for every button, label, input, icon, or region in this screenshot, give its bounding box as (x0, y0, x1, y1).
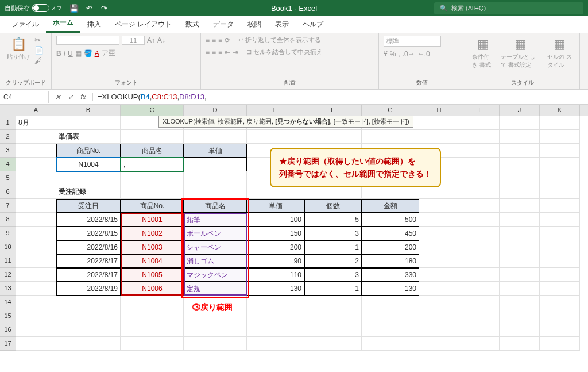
cell[interactable] (500, 227, 540, 240)
cell[interactable] (540, 323, 580, 337)
align-left-icon[interactable]: ≡ (206, 48, 210, 56)
autosave-toggle[interactable]: 自動保存 オフ (5, 4, 62, 13)
col-header-E[interactable]: E (247, 105, 304, 116)
cell[interactable]: 1 (304, 282, 362, 296)
cell[interactable] (459, 185, 500, 199)
row-header[interactable]: 8 (0, 213, 16, 227)
cell[interactable] (362, 323, 419, 337)
cell[interactable] (121, 337, 184, 351)
cell[interactable]: 2022/8/19 (56, 282, 121, 296)
save-icon[interactable]: 💾 (69, 3, 79, 13)
percent-icon[interactable]: % (390, 50, 396, 58)
cell[interactable]: 単価 (247, 199, 304, 213)
row-header[interactable]: 16 (0, 323, 16, 337)
row-header[interactable]: 9 (0, 227, 16, 240)
cell[interactable] (459, 144, 500, 158)
row-header[interactable]: 17 (0, 337, 16, 351)
cell[interactable] (500, 130, 540, 144)
row-header[interactable]: 13 (0, 282, 16, 296)
cell[interactable]: 単価表 (56, 130, 121, 144)
cell[interactable] (362, 130, 419, 144)
cell[interactable]: N1003 (121, 240, 184, 254)
cell[interactable] (540, 116, 580, 130)
cell-C4-active[interactable]: , (121, 158, 184, 171)
underline-button[interactable]: U (68, 49, 73, 57)
col-header-F[interactable]: F (304, 105, 362, 116)
cell[interactable] (16, 254, 56, 268)
cell[interactable] (419, 199, 459, 213)
cell[interactable] (419, 130, 459, 144)
cell[interactable] (16, 199, 56, 213)
tab-formulas[interactable]: 数式 (179, 16, 206, 33)
paste-button[interactable]: 📋貼り付け (5, 36, 32, 62)
cell[interactable]: 消しゴム (184, 254, 247, 268)
cell[interactable] (16, 337, 56, 351)
cell[interactable] (56, 309, 121, 323)
tab-insert[interactable]: 挿入 (80, 16, 108, 33)
col-header-I[interactable]: I (459, 105, 500, 116)
bold-button[interactable]: B (56, 49, 61, 57)
cell[interactable] (362, 309, 419, 323)
cell[interactable] (500, 158, 540, 171)
cell[interactable] (56, 337, 121, 351)
cell[interactable] (459, 116, 500, 130)
cell[interactable] (459, 240, 500, 254)
cell[interactable] (247, 323, 304, 337)
cell[interactable] (419, 296, 459, 309)
cell[interactable] (459, 309, 500, 323)
cell[interactable] (304, 296, 362, 309)
copy-icon[interactable]: 📄 (34, 46, 44, 55)
cell[interactable] (304, 309, 362, 323)
cell[interactable]: 2 (304, 254, 362, 268)
cell[interactable]: 200 (362, 240, 419, 254)
fx-icon[interactable]: fx (78, 93, 89, 101)
cell[interactable] (247, 337, 304, 351)
cell[interactable]: ボールペン (184, 227, 247, 240)
cell[interactable] (540, 199, 580, 213)
cell[interactable] (540, 296, 580, 309)
row-header[interactable]: 6 (0, 185, 16, 199)
cell[interactable] (247, 296, 304, 309)
cell[interactable] (419, 337, 459, 351)
cell[interactable] (56, 323, 121, 337)
cell[interactable] (419, 213, 459, 227)
cell[interactable] (419, 309, 459, 323)
redo-icon[interactable]: ↷ (99, 3, 109, 13)
cell[interactable] (16, 309, 56, 323)
indent-inc-icon[interactable]: ⇥ (233, 48, 238, 56)
cell[interactable]: 330 (362, 268, 419, 282)
col-header-C[interactable]: C (121, 105, 184, 116)
cell[interactable] (500, 296, 540, 309)
cell[interactable] (540, 213, 580, 227)
row-header[interactable]: 2 (0, 130, 16, 144)
cell[interactable] (540, 171, 580, 185)
cell[interactable] (459, 213, 500, 227)
cell[interactable] (16, 296, 56, 309)
cancel-icon[interactable]: ✕ (52, 93, 64, 101)
cell[interactable]: 500 (362, 213, 419, 227)
cell[interactable]: 180 (362, 254, 419, 268)
cell[interactable] (459, 337, 500, 351)
cell[interactable] (500, 199, 540, 213)
cell[interactable] (419, 116, 459, 130)
align-top-icon[interactable]: ≡ (206, 36, 210, 44)
row-header[interactable]: 14 (0, 296, 16, 309)
cell[interactable] (184, 337, 247, 351)
inc-decimal-icon[interactable]: .0→ (403, 50, 415, 58)
cell[interactable]: 商品No. (121, 199, 184, 213)
cell[interactable]: 金額 (362, 199, 419, 213)
cell[interactable] (121, 185, 184, 199)
cell[interactable] (16, 323, 56, 337)
cell[interactable] (500, 185, 540, 199)
cell[interactable] (184, 323, 247, 337)
cell[interactable]: N1004 (121, 254, 184, 268)
cell[interactable]: マジックペン (184, 268, 247, 282)
cell[interactable]: 受注記録 (56, 185, 121, 199)
cell[interactable] (500, 171, 540, 185)
cell[interactable]: 商品No. (56, 144, 121, 158)
select-all-button[interactable] (0, 105, 16, 116)
format-painter-icon[interactable]: 🖌 (34, 56, 44, 65)
format-table-button[interactable]: ▦テーブルとして 書式設定 (498, 36, 543, 70)
cell[interactable] (56, 116, 121, 130)
cell[interactable] (16, 130, 56, 144)
